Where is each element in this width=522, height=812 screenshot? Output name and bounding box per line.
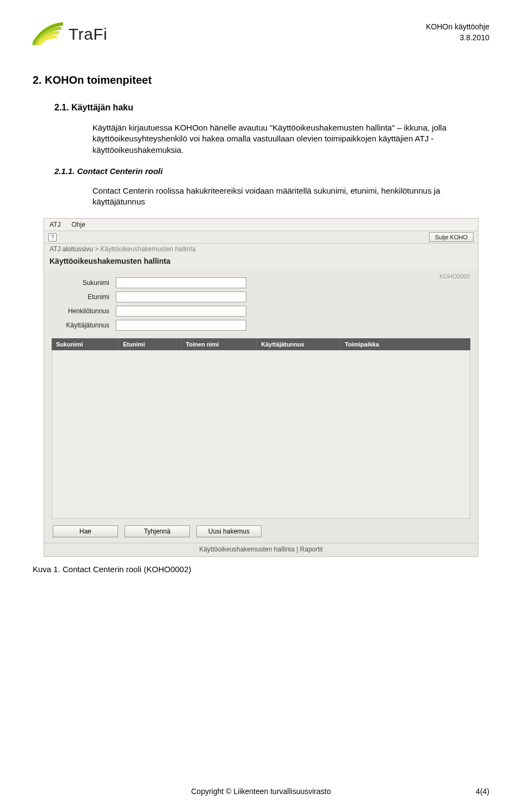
col-etunimi: Etunimi bbox=[119, 338, 182, 350]
app-screenshot: ATJ Ohje ? Sulje KOHO ATJ aloitussivu > … bbox=[44, 218, 478, 557]
paragraph-2: Contact Centerin roolissa hakukriteereik… bbox=[92, 185, 473, 208]
close-koho-button[interactable]: Sulje KOHO bbox=[429, 232, 474, 242]
footer-copyright: Copyright © Liikenteen turvallisuusviras… bbox=[0, 787, 522, 796]
logo-text: TraFi bbox=[69, 25, 107, 44]
doc-date: 3.8.2010 bbox=[426, 33, 489, 44]
col-sukunimi: Sukunimi bbox=[52, 338, 119, 350]
col-kayttajatunnus: Käyttäjätunnus bbox=[257, 338, 340, 350]
heading-2: 2. KOHOn toimenpiteet bbox=[33, 74, 489, 86]
menu-ohje[interactable]: Ohje bbox=[71, 221, 85, 228]
tyhjenna-button[interactable]: Tyhjennä bbox=[125, 525, 190, 537]
crumb-home[interactable]: ATJ aloitussivu bbox=[49, 245, 93, 253]
trafi-logo-icon bbox=[33, 22, 63, 47]
heading-3: 2.1. Käyttäjän haku bbox=[54, 103, 489, 113]
menu-atj[interactable]: ATJ bbox=[49, 221, 60, 228]
help-icon[interactable]: ? bbox=[48, 233, 57, 241]
crumb-sep: > bbox=[93, 245, 101, 253]
col-toinen-nimi: Toinen nimi bbox=[182, 338, 257, 350]
bottom-links[interactable]: Käyttöoikeushakemusten hallinta | Raport… bbox=[44, 543, 478, 556]
page-title: Käyttöoikeushakemusten hallinta bbox=[44, 255, 478, 270]
crumb-current: Käyttöoikeushakemusten hallinta bbox=[101, 245, 196, 253]
col-toimipaikka: Toimipaikka bbox=[340, 338, 470, 350]
input-etunimi[interactable] bbox=[116, 292, 246, 302]
page-number: 4(4) bbox=[476, 787, 489, 796]
label-etunimi: Etunimi bbox=[52, 293, 111, 301]
results-table-body bbox=[52, 350, 470, 519]
figure-caption: Kuva 1. Contact Centerin rooli (KOHO0002… bbox=[33, 565, 489, 574]
hae-button[interactable]: Hae bbox=[53, 525, 118, 537]
breadcrumb: ATJ aloitussivu > Käyttöoikeushakemusten… bbox=[44, 244, 478, 255]
menubar: ATJ Ohje bbox=[44, 219, 478, 231]
input-kayttajatunnus[interactable] bbox=[116, 320, 246, 331]
paragraph-1: Käyttäjän kirjautuessa KOHOon hänelle av… bbox=[92, 122, 473, 156]
results-table-header: Sukunimi Etunimi Toinen nimi Käyttäjätun… bbox=[52, 338, 470, 350]
label-henkilotunnus: Henkilötunnus bbox=[52, 307, 111, 315]
uusi-hakemus-button[interactable]: Uusi hakemus bbox=[196, 525, 262, 537]
label-kayttajatunnus: Käyttäjätunnus bbox=[52, 321, 111, 329]
logo: TraFi bbox=[33, 22, 107, 47]
input-sukunimi[interactable] bbox=[116, 277, 246, 288]
input-henkilotunnus[interactable] bbox=[116, 306, 246, 317]
doc-title: KOHOn käyttöohje bbox=[426, 22, 489, 33]
doc-meta: KOHOn käyttöohje 3.8.2010 bbox=[426, 22, 489, 43]
page-id: KOHO0002 bbox=[439, 273, 470, 280]
heading-4: 2.1.1. Contact Centerin rooli bbox=[54, 166, 489, 176]
label-sukunimi: Sukunimi bbox=[52, 279, 111, 287]
